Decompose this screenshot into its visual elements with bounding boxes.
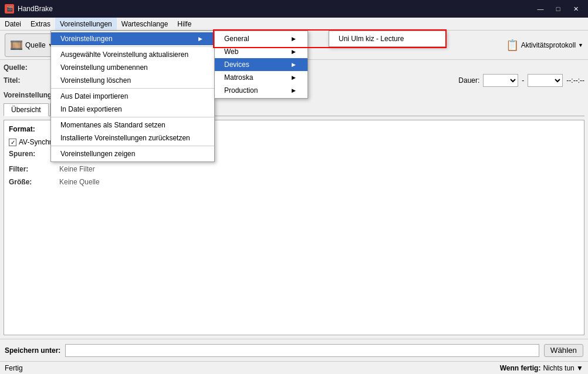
bottom-bar: Speichern unter: Wählen <box>0 339 588 361</box>
divider-4 <box>51 146 214 146</box>
quelle-label: Quelle: <box>4 63 50 72</box>
browse-button[interactable]: Wählen <box>544 344 583 357</box>
tracks-label: Spuren: <box>9 150 56 158</box>
menu-item-voreinstellungen-submenu[interactable]: Voreinstellungen <box>51 32 214 45</box>
menu-extras[interactable]: Extras <box>26 18 55 30</box>
menu-item-label: Momentanes als Standard setzen <box>60 121 165 129</box>
dauer-value: --:--:-- <box>566 76 584 85</box>
av-sync-checkbox[interactable] <box>9 139 16 146</box>
filter-row: Filter: Keine Filter <box>9 165 579 173</box>
activity-icon: 📋 <box>506 39 519 52</box>
dauer-select1[interactable] <box>483 74 518 87</box>
menu-item-general[interactable]: General <box>215 32 307 45</box>
titel-label: Titel: <box>4 76 50 85</box>
filter-label: Filter: <box>9 165 56 173</box>
menu-item-label: Web <box>224 48 238 56</box>
menu-item-label: Voreinstellung umbenennen <box>60 63 148 72</box>
menu-item-aktualisieren[interactable]: Ausgewählte Voreinstellung aktualisieren <box>51 48 214 61</box>
menu-item-label: In Datei exportieren <box>60 105 122 113</box>
menu-dropdown-voreinstellungen: Voreinstellungen Ausgewählte Voreinstell… <box>50 31 215 162</box>
status-bar: Fertig Wenn fertig: Nichts tun ▼ <box>0 361 588 374</box>
menu-item-label: Voreinstellungen zeigen <box>60 150 135 158</box>
menu-item-devices[interactable]: Devices <box>215 58 307 71</box>
title-bar-controls: — □ ✕ <box>533 4 583 14</box>
divider-1 <box>51 46 214 47</box>
menu-item-label: Production <box>224 86 258 95</box>
dauer-select2[interactable] <box>528 74 563 87</box>
size-field-row: Größe: Keine Quelle <box>9 178 579 186</box>
menu-item-label: Installierte Voreinstellungen zurücksetz… <box>60 134 190 142</box>
maximize-button[interactable]: □ <box>550 4 566 14</box>
source-label: Quelle <box>25 41 46 49</box>
activity-log: 📋 Aktivitätsprotokoll ▼ <box>506 39 583 52</box>
groesse-value: Keine Quelle <box>59 178 100 186</box>
source-icon: 🎞️ <box>10 39 23 52</box>
menu-warteschlange[interactable]: Warteschlange <box>117 18 173 30</box>
menu-item-umbenennen[interactable]: Voreinstellung umbenennen <box>51 61 214 74</box>
filter-field-row: Filter: Keine Filter <box>9 165 579 173</box>
menu-voreinstellungen[interactable]: Voreinstellungen <box>55 18 117 30</box>
format-label: Format: <box>9 125 56 133</box>
dauer-label: Dauer: <box>458 76 479 85</box>
activity-log-arrow: ▼ <box>578 42 583 48</box>
menu-hilfe[interactable]: Hilfe <box>173 18 196 30</box>
tab-overview[interactable]: Übersicht <box>4 103 49 116</box>
menu-datei[interactable]: Datei <box>0 18 26 30</box>
menu-dropdown-custom-presets: General Web Devices Matroska Production <box>214 31 308 99</box>
save-label: Speichern unter: <box>5 346 60 355</box>
title-bar-left: 🎬 HandBrake <box>5 4 53 14</box>
menu-bar: Datei Extras Voreinstellungen Warteschla… <box>0 18 588 31</box>
groesse-label: Größe: <box>9 178 56 186</box>
menu-item-exportieren[interactable]: In Datei exportieren <box>51 103 214 116</box>
menu-item-zuruecksetzen[interactable]: Installierte Voreinstellungen zurücksetz… <box>51 132 214 144</box>
menu-dropdown-uni-ulm: Uni Ulm kiz - Lecture <box>329 31 446 47</box>
menu-item-label: Ausgewählte Voreinstellung aktualisieren <box>60 50 188 59</box>
divider-3 <box>51 117 214 117</box>
menu-item-label: Devices <box>224 60 249 69</box>
app-title: HandBrake <box>18 5 53 13</box>
voreinstellung-label: Voreinstellung: <box>4 91 54 99</box>
minimize-button[interactable]: — <box>533 4 548 14</box>
menu-item-matroska[interactable]: Matroska <box>215 71 307 84</box>
menu-item-label: Voreinstellung löschen <box>60 76 131 85</box>
activity-log-label: Aktivitätsprotokoll <box>521 41 576 49</box>
divider-2 <box>51 88 214 89</box>
status-text: Fertig <box>5 364 23 372</box>
menu-item-label: Aus Datei importieren <box>60 92 128 100</box>
menu-item-web[interactable]: Web <box>215 45 307 58</box>
wenn-fertig-label: Wenn fertig: <box>500 364 541 372</box>
menu-item-label: General <box>224 35 249 43</box>
menu-item-loeschen[interactable]: Voreinstellung löschen <box>51 74 214 87</box>
app-icon: 🎬 <box>5 4 14 14</box>
menu-item-production[interactable]: Production <box>215 84 307 97</box>
menu-item-label: Uni Ulm kiz - Lecture <box>339 35 404 43</box>
title-bar: 🎬 HandBrake — □ ✕ <box>0 0 588 18</box>
menu-item-label: Voreinstellungen <box>60 35 113 43</box>
size-row: Größe: Keine Quelle <box>9 178 579 186</box>
menu-item-zeigen[interactable]: Voreinstellungen zeigen <box>51 147 214 160</box>
filter-value: Keine Filter <box>59 165 95 173</box>
menu-item-standard[interactable]: Momentanes als Standard setzen <box>51 119 214 132</box>
menu-item-label: Matroska <box>224 73 253 82</box>
save-input[interactable] <box>65 344 539 357</box>
menu-item-uni-ulm[interactable]: Uni Ulm kiz - Lecture <box>329 32 445 45</box>
menu-item-importieren[interactable]: Aus Datei importieren <box>51 90 214 103</box>
dauer-dash: - <box>522 76 524 85</box>
wenn-fertig-value[interactable]: Nichts tun ▼ <box>543 364 583 372</box>
close-button[interactable]: ✕ <box>568 4 583 14</box>
status-right: Wenn fertig: Nichts tun ▼ <box>500 364 583 372</box>
